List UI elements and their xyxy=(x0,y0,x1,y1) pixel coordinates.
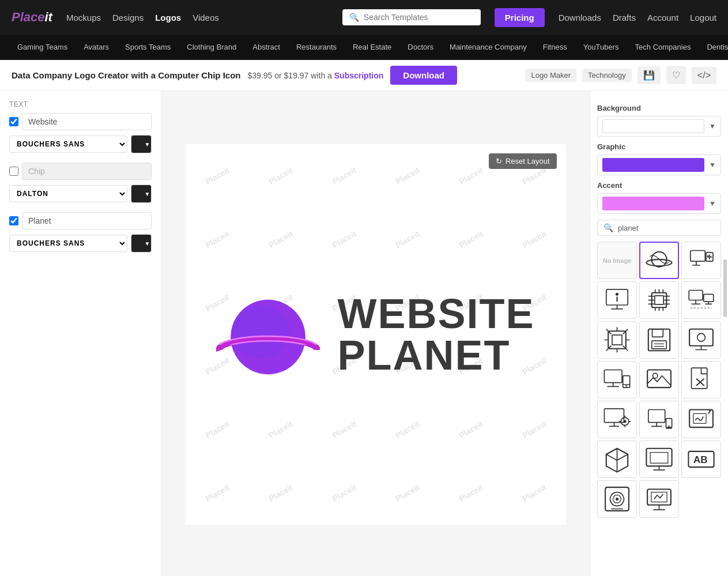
category-youtubers[interactable]: YouTubers xyxy=(575,35,627,60)
watermark-10: Placeit xyxy=(364,195,450,282)
text-field-2-checkbox[interactable] xyxy=(9,167,18,176)
category-restaurants[interactable]: Restaurants xyxy=(288,35,345,60)
category-tech[interactable]: Tech Companies xyxy=(627,35,699,60)
accent-color-dropdown[interactable]: ▼ xyxy=(597,193,721,214)
nav-account[interactable]: Account xyxy=(647,13,678,22)
icon-search-input[interactable] xyxy=(618,224,715,232)
box-icon-svg xyxy=(601,445,633,474)
subscription-link[interactable]: Subscription xyxy=(334,71,384,80)
accent-dropdown-arrow: ▼ xyxy=(709,199,716,208)
template-title: Data Company Logo Creator with a Compute… xyxy=(12,70,241,80)
icon-cell-error-doc[interactable] xyxy=(681,361,721,398)
category-doctors[interactable]: Doctors xyxy=(399,35,442,60)
icon-cell-drawing-tablet[interactable] xyxy=(681,401,721,438)
watermark-34: Placeit xyxy=(364,449,450,524)
logo-preview: WEBSITE PLANET xyxy=(216,283,534,386)
icon-cell-no-image[interactable]: No Image xyxy=(597,242,637,279)
background-color-swatch xyxy=(602,119,704,133)
logo-text-planet: PLANET xyxy=(337,334,534,376)
favorite-icon-button[interactable]: ♡ xyxy=(666,66,686,84)
share-icon-button[interactable]: </> xyxy=(692,67,716,84)
text-field-2-color-picker[interactable]: ▼ xyxy=(131,185,152,203)
text-field-2-font-select[interactable]: DALTON xyxy=(9,185,127,202)
text-field-3-color-picker[interactable]: ▼ xyxy=(131,234,152,253)
graphic-color-dropdown[interactable]: ▼ xyxy=(597,155,721,175)
nav-downloads[interactable]: Downloads xyxy=(559,13,601,22)
nav-logout[interactable]: Logout xyxy=(690,13,716,22)
download-button[interactable]: Download xyxy=(390,66,457,85)
category-real-estate[interactable]: Real Estate xyxy=(345,35,399,60)
icon-cell-box[interactable] xyxy=(597,441,637,478)
watermark-1: Placeit xyxy=(186,144,261,219)
svg-rect-22 xyxy=(655,296,663,304)
svg-rect-69 xyxy=(692,368,707,389)
tag-technology: Technology xyxy=(582,69,632,82)
watermark-28: Placeit xyxy=(364,386,450,472)
svg-text:AB: AB xyxy=(693,454,708,465)
text-field-3-font-select[interactable]: BOUCHERS SANS xyxy=(9,235,127,252)
text-field-1-color-picker[interactable]: ▼ xyxy=(131,135,152,153)
nav-mockups[interactable]: Mockups xyxy=(66,13,101,22)
pricing-button[interactable]: Pricing xyxy=(495,8,545,27)
nav-designs[interactable]: Designs xyxy=(112,13,144,22)
text-field-1-checkbox[interactable] xyxy=(9,117,18,126)
text-field-2-input[interactable] xyxy=(22,163,152,180)
icon-cell-floppy[interactable] xyxy=(639,321,679,359)
monitor-icon-svg xyxy=(685,325,717,355)
watermark-11: Placeit xyxy=(427,195,514,282)
icon-cell-desktop-mobile[interactable] xyxy=(597,361,637,398)
nav-logos[interactable]: Logos xyxy=(155,13,181,22)
svg-rect-57 xyxy=(689,329,713,346)
icon-cell-desktop-setup[interactable] xyxy=(639,401,679,438)
background-color-dropdown[interactable]: ▼ xyxy=(597,116,721,137)
icon-cell-planet[interactable] xyxy=(639,242,679,279)
desktops-icon-svg xyxy=(685,285,717,315)
icon-cell-spiral[interactable] xyxy=(597,480,637,518)
text-field-1-font-select[interactable]: BOUCHERS SANS xyxy=(9,135,127,153)
icon-search-icon: 🔍 xyxy=(603,223,613,232)
icon-cell-cpu[interactable] xyxy=(597,321,637,359)
nav-videos[interactable]: Videos xyxy=(193,13,219,22)
gear-monitor-icon-svg xyxy=(601,405,633,434)
category-clothing-brand[interactable]: Clothing Brand xyxy=(179,35,244,60)
text-field-3-checkbox[interactable] xyxy=(9,216,18,225)
watermark-27: Placeit xyxy=(300,386,387,472)
svg-point-19 xyxy=(616,293,618,296)
watermark-2: Placeit xyxy=(237,144,323,219)
icon-cell-computer-game[interactable] xyxy=(681,242,721,279)
icon-cell-info[interactable] xyxy=(597,281,637,319)
svg-rect-9 xyxy=(691,251,706,262)
category-sports-teams[interactable]: Sports Teams xyxy=(117,35,179,60)
category-maintenance[interactable]: Maintenance Company xyxy=(442,35,535,60)
category-abstract[interactable]: Abstract xyxy=(244,35,288,60)
icon-cell-image[interactable] xyxy=(639,361,679,398)
icon-cell-gear-monitor[interactable] xyxy=(597,401,637,438)
category-fitness[interactable]: Fitness xyxy=(535,35,575,60)
category-dentists[interactable]: Dentists xyxy=(699,35,728,60)
icon-cell-monitor-display[interactable] xyxy=(639,441,679,478)
text-field-1-input[interactable] xyxy=(22,113,152,130)
text-field-1-font-row: BOUCHERS SANS ▼ xyxy=(9,135,152,153)
desktop-mobile-icon-svg xyxy=(601,365,633,394)
icon-cell-monitor[interactable] xyxy=(681,321,721,359)
watermark-30: Placeit xyxy=(491,386,565,472)
category-gaming-teams[interactable]: Gaming Teams xyxy=(9,35,76,60)
search-input[interactable] xyxy=(364,13,474,22)
icon-cell-desktops[interactable] xyxy=(681,281,721,319)
icon-cell-ab-text[interactable]: AB xyxy=(681,441,721,478)
save-icon-button[interactable]: 💾 xyxy=(638,66,661,84)
reset-icon: ↻ xyxy=(496,157,502,165)
presentation-icon-svg xyxy=(643,484,675,514)
category-avatars[interactable]: Avatars xyxy=(76,35,117,60)
svg-rect-43 xyxy=(612,335,622,345)
spiral-icon-svg xyxy=(601,484,633,514)
text-field-1-row xyxy=(9,113,152,130)
ab-text-icon-svg: AB xyxy=(685,445,717,474)
reset-layout-button[interactable]: ↻ Reset Layout xyxy=(489,153,557,169)
canvas-area: Placeit Placeit Placeit Placeit Placeit … xyxy=(161,91,590,576)
nav-drafts[interactable]: Drafts xyxy=(613,13,636,22)
info-icon-svg xyxy=(601,285,633,315)
icon-cell-chip[interactable] xyxy=(639,281,679,319)
icon-cell-presentation[interactable] xyxy=(639,480,679,518)
text-field-3-input[interactable] xyxy=(22,212,152,229)
